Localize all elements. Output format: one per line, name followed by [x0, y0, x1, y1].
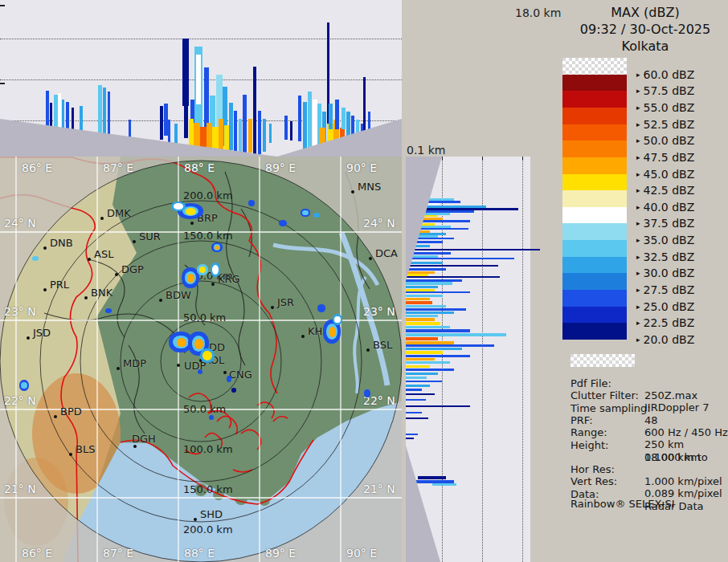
echo-bar	[229, 103, 233, 150]
echo-bar	[303, 102, 307, 152]
legend-entry: ▸30.0 dBZ	[636, 265, 694, 281]
legend-arrow-icon: ▸	[636, 104, 640, 112]
precipitation-echo	[105, 308, 112, 313]
echo-core	[177, 338, 186, 347]
height-axis-max-label: 18.0 km	[515, 6, 561, 19]
legend-band	[562, 174, 627, 191]
echo-bar	[196, 55, 201, 104]
product-datetime: 09:32 / 30-Oct-2025	[562, 22, 728, 37]
echo-bar	[184, 103, 188, 138]
axis-tick	[0, 5, 5, 6]
echo-bar	[406, 298, 430, 300]
legend-entry: ▸47.5 dBZ	[636, 149, 694, 165]
metadata-label: Range:	[571, 426, 728, 438]
echo-bar	[373, 128, 375, 149]
legend-band	[562, 190, 627, 207]
legend-entry: ▸60.0 dBZ	[636, 67, 694, 83]
height-gridline	[0, 39, 402, 39]
precipitation-echo	[364, 389, 370, 397]
echo-bar	[346, 112, 350, 149]
echo-bar	[406, 381, 442, 382]
precipitation-echo	[279, 220, 287, 226]
legend-arrow-icon: ▸	[636, 71, 640, 79]
legend-arrow-icon: ▸	[636, 336, 640, 344]
echo-bar	[406, 258, 514, 259]
legend-entry: ▸42.5 dBZ	[636, 182, 694, 198]
echo-bar	[406, 333, 506, 336]
echo-bar	[406, 385, 430, 387]
legend-entry-label: 40.0 dBZ	[644, 201, 695, 214]
precipitation-echo	[200, 348, 215, 363]
top-projection-panel	[0, 0, 402, 157]
echo-bar	[253, 67, 256, 154]
echo-bar	[406, 301, 432, 304]
metadata-row: Clutter Filter:IIRDoppler 7	[571, 389, 728, 401]
echo-bar	[243, 95, 247, 154]
echo-bar	[406, 308, 466, 311]
echo-bar	[406, 373, 438, 375]
echo-bar	[406, 361, 450, 364]
echo-bar	[50, 103, 52, 138]
legend-arrow-icon: ▸	[636, 303, 640, 311]
echo-inner	[202, 351, 212, 360]
echo-core	[194, 339, 202, 349]
axis-tick	[442, 157, 443, 161]
legend-band	[562, 157, 627, 174]
legend-band	[562, 307, 627, 324]
legend-arrow-icon: ▸	[636, 87, 640, 95]
echo-bar	[46, 91, 49, 138]
legend-arrow-icon: ▸	[636, 186, 640, 194]
legend-band	[562, 75, 627, 92]
echo-bar	[194, 123, 200, 157]
echo-bar	[319, 128, 325, 153]
legend-band	[562, 140, 627, 157]
echo-bar	[356, 120, 359, 149]
echo-inner	[174, 203, 183, 210]
legend-entry-label: 52.5 dBZ	[644, 118, 695, 131]
echo-bar	[340, 128, 345, 153]
echo-bar	[406, 329, 470, 332]
precipitation-echo	[301, 209, 310, 217]
echo-bar	[406, 291, 470, 293]
legend-band	[562, 223, 627, 240]
metadata-value: 18.000 km	[644, 451, 701, 463]
echo-bar	[406, 315, 438, 317]
echo-core	[329, 327, 336, 337]
echo-bar	[406, 377, 427, 379]
legend-arrow-icon: ▸	[636, 120, 640, 128]
metadata-label: Pdf File:	[571, 377, 728, 389]
legend-band	[562, 207, 627, 224]
echo-bar	[406, 249, 540, 250]
metadata-row: Range:250 km	[571, 426, 728, 438]
legend-entry-label: 25.0 dBZ	[644, 300, 695, 313]
metadata-row: PRF:600 Hz / 450 Hz	[571, 414, 728, 426]
legend-band	[562, 257, 627, 274]
echo-bar	[406, 305, 446, 307]
legend-arrow-icon: ▸	[636, 286, 640, 294]
echo-bar	[406, 355, 470, 357]
echo-bar	[432, 483, 456, 486]
legend-entry: ▸32.5 dBZ	[636, 249, 694, 265]
echo-bar	[335, 100, 339, 129]
legend-entry-label: 32.5 dBZ	[644, 250, 695, 263]
map-echo-layer	[0, 157, 402, 562]
echo-bar	[393, 134, 395, 153]
precipitation-echo	[19, 380, 29, 391]
precipitation-echo	[333, 314, 342, 325]
echo-bar	[66, 102, 69, 138]
echo-bar	[406, 241, 443, 243]
legend-band	[562, 58, 627, 75]
echo-bar	[16, 128, 18, 151]
echo-bar	[207, 123, 212, 157]
echo-bar	[406, 344, 494, 347]
precipitation-echo	[313, 213, 320, 218]
metadata-label: Clutter Filter:	[571, 389, 728, 401]
echo-bar	[103, 88, 106, 138]
echo-bar	[406, 417, 428, 419]
echo-inner	[334, 316, 341, 324]
product-title: MAX (dBZ)	[562, 5, 728, 20]
echo-bar	[234, 111, 237, 152]
legend-entry-label: 60.0 dBZ	[644, 68, 695, 81]
echo-bar	[406, 393, 435, 395]
echo-bar	[406, 389, 422, 391]
